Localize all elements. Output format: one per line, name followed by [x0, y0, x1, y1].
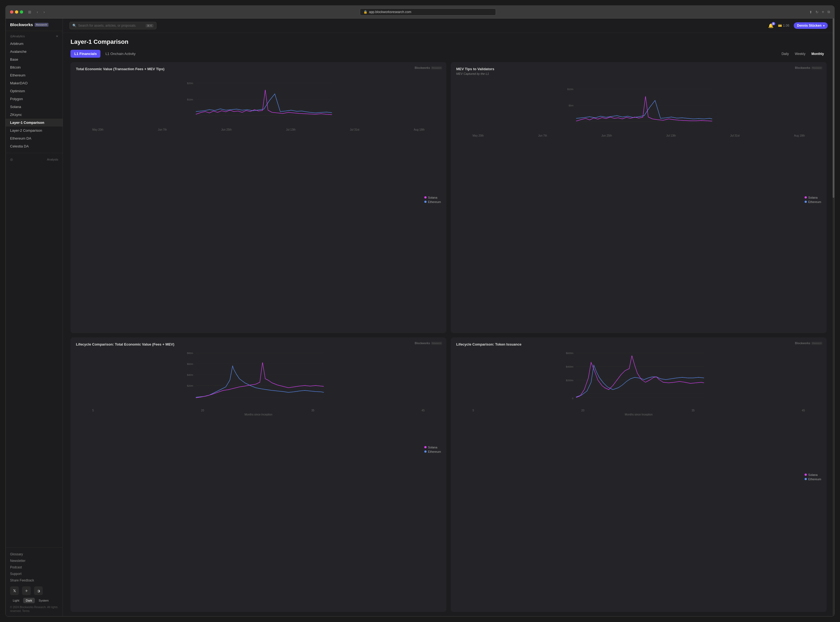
notification-bell[interactable]: 🔔 8	[768, 23, 774, 28]
charts-area: Total Economic Value (Transaction Fees +…	[63, 58, 834, 616]
lifecycle-token-ethereum-legend: Ethereum	[805, 477, 821, 480]
sidebar-item-layer2-comparison[interactable]: Layer-2 Comparison	[6, 127, 63, 134]
weekly-toggle[interactable]: Weekly	[792, 50, 808, 57]
mev-chart-card: MEV Tips to Validators MEV Captured by t…	[451, 62, 827, 333]
lock-icon: 🔒	[363, 10, 368, 14]
mev-x-jul13: Jul 13th	[666, 134, 676, 137]
tev-chart-title: Total Economic Value (Transaction Fees +…	[76, 67, 441, 71]
back-button[interactable]: ‹	[35, 9, 40, 15]
celestia-da-label: Celestia DA	[10, 144, 29, 148]
mev-chart-logo: Blockworks Research	[795, 66, 822, 69]
sidebar-footer: Glossary Newsletter Podcast Support Shar…	[6, 547, 63, 616]
ltoken-x-45: 45	[802, 409, 805, 412]
analysts-label: Analysts	[47, 158, 58, 161]
glossary-link[interactable]: Glossary	[10, 551, 58, 558]
monthly-toggle[interactable]: Monthly	[809, 50, 827, 57]
tab-overview-icon[interactable]: ⧉	[828, 10, 830, 14]
daily-toggle[interactable]: Daily	[779, 50, 791, 57]
sidebar-item-ethereum[interactable]: Ethereum	[6, 71, 63, 79]
dark-theme-button[interactable]: Dark	[23, 598, 35, 603]
lifecycle-tev-chart-title: Lifecycle Comparison: Total Economic Val…	[76, 342, 441, 346]
collapse-icon[interactable]: ✕	[56, 35, 58, 38]
support-link[interactable]: Support	[10, 570, 58, 577]
sidebar-item-polygon[interactable]: Polygon	[6, 95, 63, 103]
x-label-jun25: Jun 25th	[221, 128, 232, 131]
sidebar-item-avalanche[interactable]: Avalanche	[6, 47, 63, 55]
sidebar-item-celestia-da[interactable]: Celestia DA	[6, 142, 63, 150]
light-theme-button[interactable]: Light	[10, 598, 22, 603]
sidebar-item-optimism[interactable]: Optimism	[6, 87, 63, 95]
tabs: L1 Financials L1 Onchain Activity	[70, 50, 139, 58]
twitter-icon: 𝕏	[13, 589, 16, 593]
svg-text:$600m: $600m	[566, 352, 574, 355]
theme-circle-button[interactable]: ◑	[34, 586, 43, 595]
sidebar-item-zksync[interactable]: ZKsync	[6, 111, 63, 119]
tab-l1-onchain[interactable]: L1 Onchain Activity	[102, 50, 139, 58]
system-theme-button[interactable]: System	[36, 598, 52, 603]
forward-button[interactable]: ›	[42, 9, 47, 15]
lifecycle-tev-legend: Solana Ethereum	[425, 445, 441, 454]
feedback-link[interactable]: Share Feedback	[10, 577, 58, 584]
lifecycle-tev-svg: $80m $60m $40m $20m	[76, 348, 441, 407]
sidebar-item-bitcoin[interactable]: Bitcoin	[6, 63, 63, 71]
svg-text:$400m: $400m	[566, 366, 574, 368]
app-container: Blockworks Research ◎ Analytics ✕ Arbitr…	[6, 18, 834, 616]
telegram-icon: ✈	[25, 589, 28, 593]
refresh-icon[interactable]: ↻	[816, 10, 819, 14]
copyright-text: © 2024 Blockworks Research. All rights r…	[10, 605, 58, 613]
mev-chart-svg: $10m $5m	[456, 78, 821, 133]
user-menu[interactable]: Dennis Stücken ▾	[794, 22, 828, 29]
sidebar-item-solana[interactable]: Solana	[6, 103, 63, 111]
base-label: Base	[10, 57, 18, 61]
x-label-jul13: Jul 13th	[286, 128, 296, 131]
sidebar-item-base[interactable]: Base	[6, 55, 63, 63]
mev-solana-label: Solana	[808, 196, 817, 199]
mev-chart-svg-container: $10m $5m May 20th Jun 7th Jun 25th	[456, 78, 821, 137]
theme-switcher: Light Dark System	[10, 598, 58, 603]
podcast-link[interactable]: Podcast	[10, 564, 58, 570]
browser-window: ⊞ ‹ › 🔒 app.blockworksresearch.com ⬆ ↻ +…	[5, 5, 835, 617]
tab-l1-financials[interactable]: L1 Financials	[70, 50, 101, 58]
svg-text:$20m: $20m	[187, 384, 193, 387]
ethereum-legend-label: Ethereum	[428, 200, 441, 204]
twitter-button[interactable]: 𝕏	[10, 586, 19, 595]
sidebar-item-makerdao[interactable]: MakerDAO	[6, 79, 63, 87]
svg-text:0: 0	[572, 397, 573, 400]
sidebar-toggle-button[interactable]: ⊞	[26, 9, 33, 15]
svg-text:$80m: $80m	[187, 352, 193, 355]
ltoken-x-5: 5	[472, 409, 474, 412]
mev-x-labels: May 20th Jun 7th Jun 25th Jul 13th Jul 3…	[456, 134, 821, 137]
notification-badge: 8	[772, 22, 775, 25]
maximize-button[interactable]	[20, 10, 23, 14]
analysts-section: ◎ Analysts	[6, 154, 63, 165]
newsletter-link[interactable]: Newsletter	[10, 558, 58, 564]
sidebar-divider-1	[6, 153, 63, 153]
credit-icon: 💳	[778, 24, 782, 27]
add-tab-button[interactable]: +	[822, 9, 824, 14]
mev-ethereum-label: Ethereum	[808, 200, 821, 204]
polygon-label: Polygon	[10, 97, 23, 101]
sidebar-item-arbitrum[interactable]: Arbitrum	[6, 40, 63, 47]
solana-legend-label: Solana	[428, 196, 437, 199]
tev-chart-logo: Blockworks Research	[415, 66, 442, 69]
scrollbar-track[interactable]	[832, 18, 834, 616]
mev-x-aug18: Aug 18th	[794, 134, 805, 137]
mev-x-jul31: Jul 31st	[730, 134, 739, 137]
main-content: Layer-1 Comparison L1 Financials L1 Onch…	[63, 33, 834, 616]
mev-solana-legend: Solana	[805, 196, 821, 199]
address-bar[interactable]: 🔒 app.blockworksresearch.com	[360, 8, 496, 15]
scrollbar-thumb[interactable]	[832, 18, 834, 198]
sidebar-item-ethereum-da[interactable]: Ethereum DA	[6, 134, 63, 142]
lifecycle-token-svg: $600m $400m $200m 0	[456, 348, 821, 407]
credit-value: 1.06	[783, 24, 790, 27]
sidebar-item-layer1-comparison[interactable]: Layer-1 Comparison	[6, 119, 63, 127]
lifecycle-tev-solana-legend: Solana	[425, 445, 441, 449]
mev-ethereum-dot	[805, 201, 807, 203]
top-header: 🔍 Search for assets, articles, or propos…	[63, 18, 834, 33]
svg-text:$5m: $5m	[569, 104, 574, 107]
telegram-button[interactable]: ✈	[22, 586, 31, 595]
browser-toolbar: ⊞ ‹ › 🔒 app.blockworksresearch.com ⬆ ↻ +…	[6, 6, 834, 18]
close-button[interactable]	[10, 10, 13, 14]
minimize-button[interactable]	[15, 10, 18, 14]
search-bar[interactable]: 🔍 Search for assets, articles, or propos…	[69, 22, 157, 29]
